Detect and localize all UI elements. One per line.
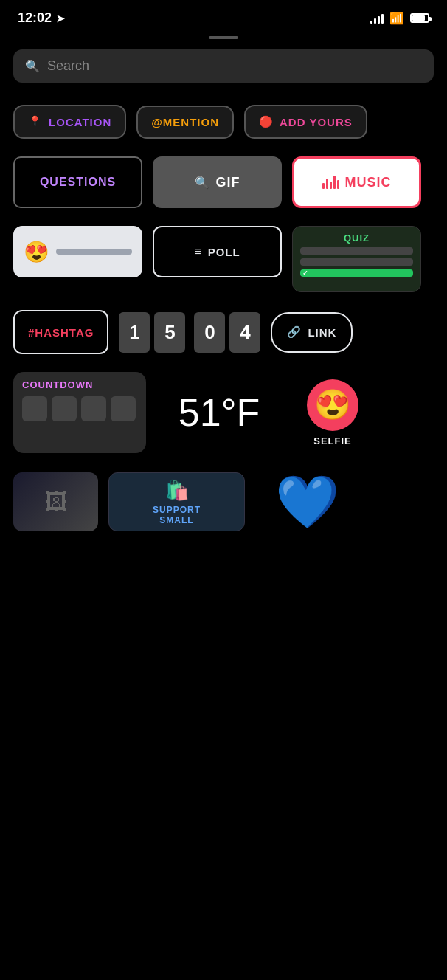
search-placeholder: Search bbox=[47, 58, 89, 74]
quiz-sticker[interactable]: QUIZ ✓ bbox=[292, 226, 421, 292]
mention-sticker[interactable]: @MENTION bbox=[136, 106, 234, 139]
quiz-checkmark-icon: ✓ bbox=[302, 269, 309, 277]
location-pin-icon: 📍 bbox=[28, 115, 43, 128]
addyours-icon: 🔴 bbox=[259, 115, 274, 128]
countdown-box-3 bbox=[81, 396, 106, 421]
sticker-row-2: QUESTIONS 🔍 GIF MUSIC bbox=[13, 156, 434, 208]
timer-digit-3: 0 bbox=[194, 312, 225, 353]
questions-sticker[interactable]: QUESTIONS bbox=[13, 156, 142, 208]
heart-sticker[interactable]: 💙 bbox=[255, 472, 358, 531]
timer-digit-4: 4 bbox=[229, 312, 260, 353]
selfie-sticker[interactable]: 😍 SELFIE bbox=[292, 379, 373, 446]
wifi-icon: 📶 bbox=[389, 11, 404, 25]
link-sticker[interactable]: 🔗 LINK bbox=[271, 312, 353, 353]
link-chain-icon: 🔗 bbox=[287, 325, 302, 339]
timer-digit-2: 5 bbox=[154, 312, 185, 353]
selfie-label: SELFIE bbox=[313, 435, 352, 446]
heart-icon: 💙 bbox=[275, 472, 339, 532]
sticker-grid: 📍 LOCATION @MENTION 🔴 ADD YOURS QUESTION… bbox=[0, 97, 447, 472]
time-display: 12:02 bbox=[18, 10, 52, 26]
location-label: LOCATION bbox=[49, 116, 111, 128]
emoji-face: 😍 bbox=[24, 240, 50, 264]
temperature-sticker[interactable]: 51°F bbox=[156, 390, 282, 435]
mention-label: @MENTION bbox=[151, 116, 219, 128]
battery-icon bbox=[410, 13, 429, 23]
quiz-option-correct: ✓ bbox=[300, 269, 413, 277]
quiz-title: QUIZ bbox=[344, 232, 370, 244]
poll-label: POLL bbox=[208, 246, 240, 258]
photo-icon: 🖼 bbox=[44, 489, 68, 516]
gif-sticker[interactable]: 🔍 GIF bbox=[153, 156, 282, 208]
support-label: SUPPORTSMALL bbox=[153, 505, 201, 525]
temperature-value: 51°F bbox=[179, 390, 260, 435]
sticker-row-1: 📍 LOCATION @MENTION 🔴 ADD YOURS bbox=[13, 105, 434, 139]
countdown-sticker[interactable]: COUNTDOWN bbox=[13, 372, 146, 453]
countdown-boxes bbox=[22, 396, 136, 421]
status-right: 📶 bbox=[370, 11, 429, 25]
support-sticker[interactable]: 🛍️ SUPPORTSMALL bbox=[108, 472, 245, 531]
status-left: 12:02 ➤ bbox=[18, 10, 65, 26]
sticker-row-3: 😍 ≡ POLL QUIZ ✓ bbox=[13, 226, 434, 292]
timer-sticker[interactable]: 1 5 0 4 bbox=[119, 312, 260, 353]
sticker-row-6: 🖼 🛍️ SUPPORTSMALL 💙 bbox=[0, 472, 447, 531]
countdown-label: COUNTDOWN bbox=[22, 379, 93, 390]
music-label: MUSIC bbox=[345, 175, 392, 190]
music-sticker[interactable]: MUSIC bbox=[292, 156, 421, 208]
countdown-box-2 bbox=[52, 396, 77, 421]
addyours-sticker[interactable]: 🔴 ADD YOURS bbox=[244, 105, 367, 139]
location-sticker[interactable]: 📍 LOCATION bbox=[13, 105, 126, 139]
sticker-row-5: COUNTDOWN 51°F 😍 SELFIE bbox=[13, 372, 434, 453]
photo-sticker[interactable]: 🖼 bbox=[13, 472, 98, 531]
sticker-row-4: #HASHTAG 1 5 0 4 🔗 LINK bbox=[13, 310, 434, 354]
location-arrow-icon: ➤ bbox=[56, 13, 65, 24]
addyours-label: ADD YOURS bbox=[280, 116, 353, 128]
gif-label: GIF bbox=[216, 175, 240, 190]
hashtag-label: #HASHTAG bbox=[28, 326, 94, 339]
poll-bars-icon: ≡ bbox=[194, 245, 201, 258]
search-icon: 🔍 bbox=[25, 59, 40, 73]
selfie-emoji-icon: 😍 bbox=[307, 379, 358, 431]
emoji-sticker[interactable]: 😍 bbox=[13, 226, 142, 277]
countdown-box-1 bbox=[22, 396, 47, 421]
link-label: LINK bbox=[308, 326, 336, 339]
signal-icon bbox=[370, 13, 384, 24]
gif-search-icon: 🔍 bbox=[195, 176, 210, 190]
search-bar[interactable]: 🔍 Search bbox=[13, 49, 434, 83]
timer-digit-1: 1 bbox=[119, 312, 150, 353]
music-bars-icon bbox=[322, 176, 339, 189]
questions-label: QUESTIONS bbox=[40, 176, 116, 189]
emoji-slider bbox=[56, 249, 132, 255]
quiz-option-2 bbox=[300, 258, 413, 266]
status-bar: 12:02 ➤ 📶 bbox=[0, 0, 447, 32]
countdown-box-4 bbox=[111, 396, 136, 421]
drag-handle[interactable] bbox=[209, 36, 238, 39]
quiz-option-1 bbox=[300, 247, 413, 255]
poll-sticker[interactable]: ≡ POLL bbox=[153, 226, 282, 277]
hashtag-sticker[interactable]: #HASHTAG bbox=[13, 310, 108, 354]
support-bag-icon: 🛍️ bbox=[165, 479, 189, 502]
